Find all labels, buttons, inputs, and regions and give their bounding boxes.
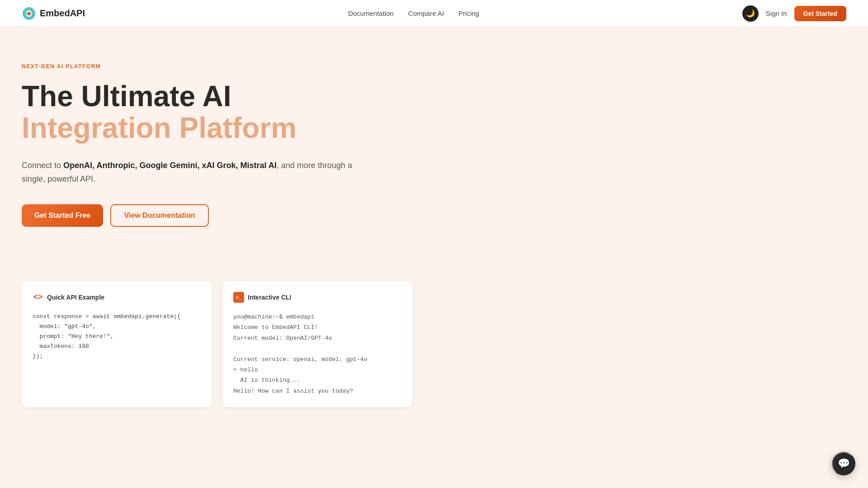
logo-link[interactable]: EmbedAPI — [22, 6, 85, 21]
nav-documentation[interactable]: Documentation — [348, 9, 394, 17]
providers-text: OpenAI, Anthropic, Google Gemini, xAI Gr… — [63, 161, 277, 170]
hero-title-light: Integration Platform — [22, 112, 297, 144]
sign-in-link[interactable]: Sign In — [766, 9, 787, 17]
hero-title: The Ultimate AI Integration Platform — [22, 80, 385, 144]
hero-section: NEXT-GEN AI PLATFORM The Ultimate AI Int… — [0, 27, 407, 281]
hero-title-dark: The Ultimate AI — [22, 80, 231, 113]
chat-bubble-button[interactable]: 💬 — [832, 452, 855, 475]
cli-header: >_ Interactive CLI — [233, 292, 401, 303]
nav-right: 🌙 Sign In Get Started — [742, 5, 846, 22]
theme-toggle-button[interactable]: 🌙 — [742, 5, 759, 22]
moon-icon: 🌙 — [746, 9, 755, 18]
quick-api-header: <> Quick API Example — [33, 292, 201, 303]
quick-api-code: const response = await embedapi.generate… — [33, 312, 201, 361]
chat-icon: 💬 — [838, 458, 850, 469]
cli-code: you@machine:~$ embedapi Welcome to Embed… — [233, 312, 401, 396]
logo-icon — [22, 6, 36, 21]
logo-text: EmbedAPI — [40, 8, 85, 19]
get-started-nav-button[interactable]: Get Started — [794, 6, 846, 21]
cli-panel: >_ Interactive CLI you@machine:~$ embeda… — [222, 281, 412, 407]
panels-container: <> Quick API Example const response = aw… — [0, 281, 434, 434]
terminal-icon: >_ — [233, 292, 244, 303]
get-started-free-button[interactable]: Get Started Free — [22, 204, 103, 227]
nav-compare-ai[interactable]: Compare AI — [408, 9, 444, 17]
cta-buttons: Get Started Free View Documentation — [22, 204, 385, 227]
nav-pricing[interactable]: Pricing — [458, 9, 479, 17]
hero-subtitle: Connect to OpenAI, Anthropic, Google Gem… — [22, 159, 356, 186]
code-icon: <> — [33, 292, 43, 303]
quick-api-panel: <> Quick API Example const response = aw… — [22, 281, 212, 407]
quick-api-title: Quick API Example — [47, 294, 104, 301]
hero-badge: NEXT-GEN AI PLATFORM — [22, 63, 385, 70]
view-documentation-button[interactable]: View Documentation — [110, 204, 208, 227]
navbar: EmbedAPI Documentation Compare AI Pricin… — [0, 0, 868, 27]
svg-point-1 — [27, 12, 31, 15]
nav-links: Documentation Compare AI Pricing — [348, 9, 479, 17]
cli-title: Interactive CLI — [248, 294, 291, 301]
